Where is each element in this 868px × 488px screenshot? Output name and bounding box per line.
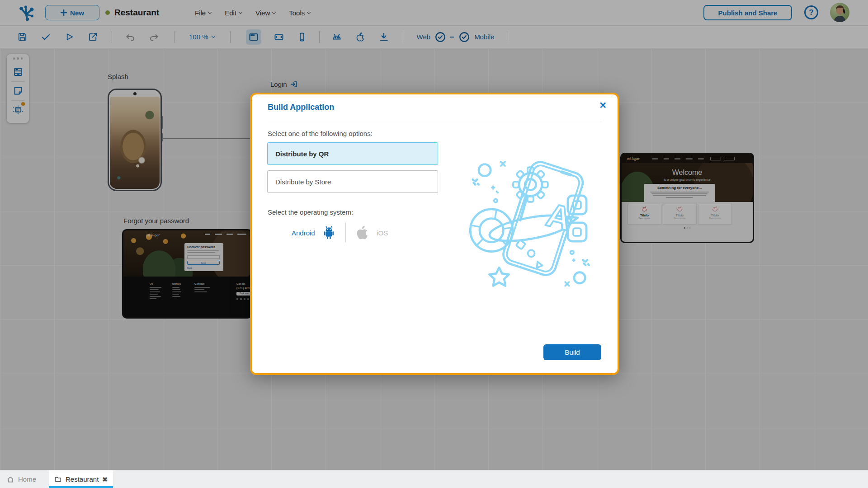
os-label: Select the operating system: bbox=[268, 208, 353, 216]
options-label: Select one of the following options: bbox=[268, 130, 373, 137]
active-tab-underline bbox=[49, 486, 113, 488]
folder-icon bbox=[54, 475, 62, 483]
close-icon: ✖ bbox=[102, 476, 108, 483]
os-divider bbox=[345, 223, 346, 243]
option-distribute-by-store[interactable]: Distribute by Store bbox=[267, 170, 438, 193]
android-option-label[interactable]: Android bbox=[292, 229, 315, 237]
apple-logo-icon bbox=[355, 224, 370, 241]
tab-restaurant-label: Restaurant bbox=[66, 475, 99, 483]
tab-close-button[interactable]: ✖ bbox=[102, 476, 108, 483]
tab-restaurant[interactable]: Restaurant ✖ bbox=[49, 470, 113, 488]
phone-build-illustration: A bbox=[458, 145, 594, 299]
modal-title: Build Application bbox=[268, 103, 334, 112]
home-icon bbox=[6, 475, 14, 483]
option-distribute-by-qr[interactable]: Distribute by QR bbox=[267, 142, 438, 165]
build-illustration: A bbox=[458, 145, 594, 300]
build-button-label: Build bbox=[565, 348, 580, 356]
ios-option-label[interactable]: iOS bbox=[377, 229, 388, 237]
android-option[interactable] bbox=[321, 225, 336, 241]
tab-home-label: Home bbox=[18, 475, 36, 483]
close-icon: ✕ bbox=[599, 100, 607, 110]
android-robot-icon bbox=[321, 225, 336, 241]
ios-option[interactable] bbox=[355, 224, 370, 241]
build-application-modal: Build Application ✕ Select one of the fo… bbox=[250, 93, 619, 375]
svg-text:A: A bbox=[543, 196, 575, 237]
os-selector: Android iOS bbox=[292, 222, 388, 243]
build-button[interactable]: Build bbox=[543, 344, 601, 360]
project-tab-bar: Home Restaurant ✖ bbox=[0, 470, 868, 488]
tab-home[interactable]: Home bbox=[0, 470, 43, 488]
modal-divider bbox=[268, 120, 602, 120]
modal-close-button[interactable]: ✕ bbox=[597, 99, 609, 112]
